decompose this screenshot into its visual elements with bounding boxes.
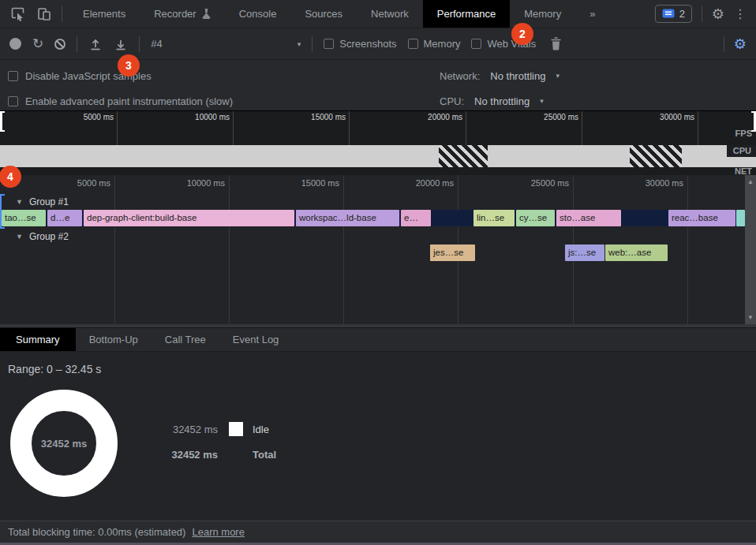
legend-row-total: 32452 ms Total: [147, 446, 276, 463]
network-throttling-select[interactable]: Network: No throttling ▾: [440, 66, 560, 85]
vertical-scrollbar[interactable]: ▲ ▼: [745, 175, 756, 324]
flame-bar[interactable]: cy…se: [516, 210, 555, 226]
tab-performance[interactable]: Performance: [423, 0, 510, 28]
paint-instrumentation-checkbox[interactable]: Enable advanced paint instrumentation (s…: [8, 91, 233, 110]
flame-bar[interactable]: e…: [401, 210, 431, 226]
step-badge-3: 3: [118, 54, 140, 77]
checkbox: [8, 96, 18, 106]
chevron-down-icon: ▾: [540, 97, 544, 105]
tick-label: 30000 ms: [589, 178, 683, 188]
tab-call-tree[interactable]: Call Tree: [152, 328, 219, 351]
flame-chart[interactable]: 5000 ms 10000 ms 15000 ms 20000 ms 25000…: [0, 175, 756, 327]
tab-bottom-up[interactable]: Bottom-Up: [76, 328, 152, 351]
gridline: [229, 175, 230, 324]
divider: [77, 36, 77, 52]
flame-bar[interactable]: tao…se: [2, 210, 46, 226]
selection-bracket: [0, 194, 5, 229]
divider: [62, 6, 62, 22]
flame-bar[interactable]: web:…ase: [605, 245, 668, 261]
tick-label: 20000 ms: [359, 178, 454, 188]
triangle-down-icon: ▼: [16, 198, 23, 206]
flame-bar[interactable]: workspac…ld-base: [296, 210, 399, 226]
performance-toolbar: ↻ #4 ▾ Screenshots Memory Web Vitals: [0, 28, 756, 60]
issues-message-icon: [662, 9, 675, 20]
screenshots-checkbox[interactable]: Screenshots: [324, 38, 396, 50]
tab-sources[interactable]: Sources: [290, 0, 357, 28]
tick-label: 10000 ms: [130, 178, 225, 188]
checkbox: [471, 39, 481, 49]
settings-gear-icon[interactable]: ⚙: [712, 7, 724, 21]
save-profile-icon[interactable]: [114, 37, 128, 51]
inspect-element-icon[interactable]: [9, 6, 25, 22]
flame-bar[interactable]: d…e: [47, 210, 82, 226]
capture-settings-gear-icon[interactable]: ⚙: [734, 37, 747, 51]
timeline-overview[interactable]: 5000 ms 10000 ms 15000 ms 20000 ms 25000…: [0, 110, 756, 175]
scroll-down-icon[interactable]: ▼: [745, 314, 756, 321]
flame-bar[interactable]: sto…ase: [556, 210, 621, 226]
net-activity-band: [0, 167, 756, 175]
load-profile-icon[interactable]: [88, 37, 103, 51]
total-blocking-time-text: Total blocking time: 0.00ms (estimated): [8, 526, 185, 538]
overview-left-handle[interactable]: [0, 111, 5, 132]
tab-elements[interactable]: Elements: [69, 0, 140, 28]
cpu-throttling-select[interactable]: CPU: No throttling ▾: [440, 91, 544, 110]
divider: [139, 36, 140, 52]
gridline: [343, 175, 344, 324]
record-button[interactable]: [9, 38, 21, 50]
scroll-up-icon[interactable]: ▲: [745, 178, 756, 185]
devtools-tabbar: Elements Recorder Console Sources Networ…: [0, 0, 756, 28]
tick-label: 5000 ms: [19, 113, 114, 121]
tick-label: 15000 ms: [251, 113, 346, 121]
cpu-hatch-region: [439, 145, 488, 167]
flame-bar[interactable]: js:…se: [565, 245, 604, 261]
tick-label: 30000 ms: [600, 113, 694, 121]
gridline: [687, 175, 688, 324]
tick-label: 25000 ms: [484, 113, 578, 121]
experiment-flask-icon: [202, 9, 211, 19]
reload-and-record-icon[interactable]: ↻: [32, 37, 43, 50]
donut-legend: 32452 ms Idle 32452 ms Total: [147, 420, 276, 471]
range-label: Range: 0 – 32.45 s: [8, 363, 101, 375]
tick-label: 25000 ms: [474, 178, 569, 188]
donut-total-label: 32452 ms: [10, 390, 118, 497]
recording-select[interactable]: #4 ▾: [151, 38, 301, 50]
divider: [702, 6, 702, 22]
menu-dots-icon[interactable]: ⋮: [734, 6, 747, 21]
checkbox: [324, 39, 334, 49]
cpu-activity-band: [0, 145, 756, 167]
summary-panel: Range: 0 – 32.45 s 32452 ms 32452 ms Idl…: [0, 353, 756, 521]
more-tabs-chevron[interactable]: »: [575, 0, 609, 28]
device-toolbar-icon[interactable]: [36, 6, 52, 22]
idle-swatch: [229, 422, 243, 436]
tab-event-log[interactable]: Event Log: [219, 328, 293, 351]
tab-recorder[interactable]: Recorder: [140, 0, 224, 28]
chevron-down-icon: ▾: [556, 72, 560, 80]
triangle-down-icon: ▼: [16, 233, 23, 241]
checkbox: [8, 71, 18, 81]
group1-header[interactable]: ▼ Group #1: [16, 195, 69, 209]
status-footer: Total blocking time: 0.00ms (estimated) …: [0, 521, 756, 543]
flame-bar[interactable]: jes…se: [430, 245, 475, 261]
tab-console[interactable]: Console: [225, 0, 291, 28]
clear-recording-icon[interactable]: [54, 39, 65, 50]
issues-counter-button[interactable]: 2: [655, 5, 692, 23]
devtools-window: Elements Recorder Console Sources Networ…: [0, 0, 756, 545]
flame-bar[interactable]: reac…base: [668, 210, 735, 226]
learn-more-link[interactable]: Learn more: [192, 526, 244, 538]
tab-network[interactable]: Network: [357, 0, 423, 28]
tick-label: 5000 ms: [16, 178, 110, 188]
overview-right-handle[interactable]: [751, 111, 756, 132]
divider: [724, 36, 724, 52]
capture-options-panel: Disable JavaScript samples Network: No t…: [0, 60, 756, 110]
divider: [312, 36, 313, 52]
tab-summary[interactable]: Summary: [0, 328, 76, 351]
memory-checkbox[interactable]: Memory: [408, 38, 461, 50]
flame-bar[interactable]: lin…se: [473, 210, 515, 226]
trash-icon[interactable]: [550, 37, 562, 50]
cpu-hatch-region: [630, 145, 682, 167]
flame-bar[interactable]: [736, 210, 745, 226]
group2-header[interactable]: ▼ Group #2: [16, 230, 69, 244]
flame-bar[interactable]: dep-graph-client:build-base: [84, 210, 294, 226]
chevron-down-icon: ▾: [298, 40, 301, 48]
tick-label: 10000 ms: [135, 113, 230, 121]
